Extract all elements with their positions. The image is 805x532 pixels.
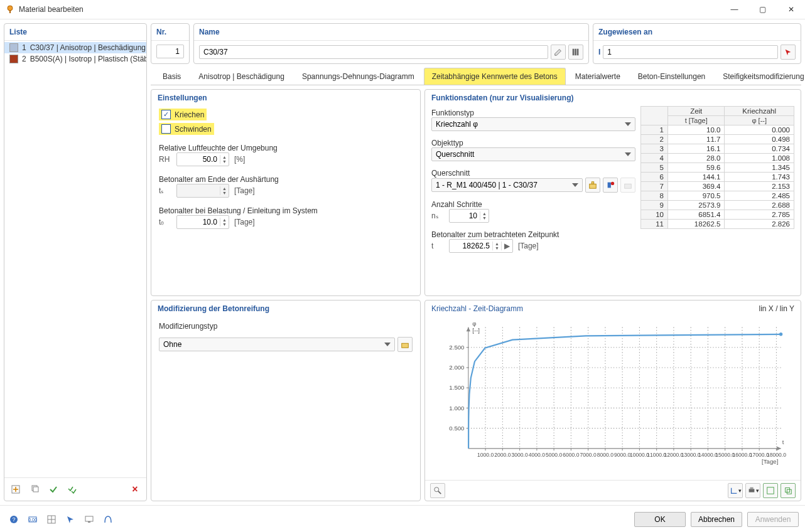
- chart-popup-button[interactable]: [781, 483, 796, 498]
- pick-assigned-button[interactable]: [781, 45, 796, 60]
- nr-input[interactable]: [156, 45, 184, 58]
- table-row[interactable]: 1118262.52.826: [641, 220, 794, 229]
- svg-text:2.500: 2.500: [449, 344, 465, 351]
- new-item-button[interactable]: [8, 482, 23, 497]
- tab[interactable]: Basis: [154, 68, 189, 85]
- chart-plot: 0.5001.0001.5002.0002.5001000.02000.0300…: [431, 317, 794, 476]
- svg-text:2000.0: 2000.0: [494, 452, 511, 458]
- svg-text:1.000: 1.000: [449, 405, 465, 412]
- svg-point-89: [779, 332, 782, 336]
- settings-section: Einstellungen Kriechen Schwinden Re: [151, 89, 421, 296]
- close-button[interactable]: ✕: [777, 0, 805, 19]
- assigned-input[interactable]: [603, 45, 778, 59]
- check-all-button[interactable]: [65, 482, 80, 497]
- svg-text:7000.0: 7000.0: [580, 452, 597, 458]
- delete-item-button[interactable]: ×: [127, 482, 143, 497]
- t0-unit: [Tage]: [234, 218, 255, 226]
- cancel-button[interactable]: Abbrechen: [691, 512, 742, 527]
- rh-unit: [%]: [234, 155, 245, 164]
- minimize-button[interactable]: —: [720, 0, 748, 19]
- svg-rect-7: [577, 49, 579, 56]
- rh-spinner[interactable]: ▲▼: [176, 152, 229, 166]
- table-row[interactable]: 211.70.498: [641, 135, 794, 144]
- table-row[interactable]: 316.10.734: [641, 144, 794, 154]
- dialog-footer: ? 0,00 OK Abbrechen Anwenden: [0, 505, 805, 532]
- svg-rect-104: [85, 516, 93, 521]
- ts-symbol: tₛ: [159, 186, 171, 195]
- cs-edit-button[interactable]: [585, 178, 600, 193]
- creep-checkbox-row: Kriechen: [159, 109, 207, 120]
- script-button[interactable]: [100, 512, 116, 527]
- svg-text:0.500: 0.500: [449, 425, 465, 432]
- table-row[interactable]: 110.00.000: [641, 125, 794, 135]
- tab-bar: BasisAnisotrop | BeschädigungSpannungs-D…: [151, 68, 801, 85]
- svg-text:5000.0: 5000.0: [546, 452, 562, 458]
- svg-point-0: [8, 6, 13, 11]
- table-row[interactable]: 7369.42.153: [641, 182, 794, 191]
- objecttype-dropdown[interactable]: Querschnitt: [431, 147, 635, 161]
- units-button[interactable]: 0,00: [25, 512, 40, 527]
- assigned-label: Zugewiesen an: [593, 24, 801, 41]
- ts-spinner: ▲▼: [176, 184, 229, 198]
- t0-spinner[interactable]: ▲▼: [176, 215, 229, 229]
- functiontype-dropdown[interactable]: Kriechzahl φ: [431, 117, 635, 131]
- table-row[interactable]: 6144.11.743: [641, 173, 794, 182]
- help-button[interactable]: ?: [6, 512, 21, 527]
- svg-point-11: [611, 182, 614, 185]
- modify-edit-button[interactable]: [397, 337, 413, 352]
- ts-heading: Betonalter am Ende der Aushärtung: [159, 175, 413, 184]
- edit-name-button[interactable]: [551, 45, 566, 60]
- tab[interactable]: Anisotrop | Beschädigung: [190, 68, 293, 85]
- table-row[interactable]: 559.61.345: [641, 163, 794, 173]
- display-button[interactable]: [82, 512, 97, 527]
- grid-button[interactable]: [44, 512, 59, 527]
- svg-rect-12: [625, 184, 632, 188]
- color-swatch: [9, 55, 18, 63]
- table-row[interactable]: 92573.92.688: [641, 201, 794, 210]
- apply-button[interactable]: Anwenden: [747, 512, 799, 527]
- tab[interactable]: Beton-Einstellungen: [630, 68, 713, 85]
- ok-button[interactable]: OK: [634, 512, 686, 527]
- check-item-button[interactable]: [46, 482, 61, 497]
- modify-section: Modifizierung der Betonreifung Modifizie…: [151, 300, 421, 501]
- steps-spinner[interactable]: ▲▼: [449, 209, 489, 223]
- chart-zoom-button[interactable]: [430, 483, 445, 498]
- shrinkage-checkbox[interactable]: [161, 124, 171, 134]
- col-phi-sub: φ [--]: [725, 116, 794, 125]
- col-phi-header: Kriechzahl: [725, 107, 794, 116]
- maximize-button[interactable]: ▢: [748, 0, 777, 19]
- chart-section: Kriechzahl - Zeit-Diagramm lin X / lin Y…: [424, 300, 801, 501]
- list-item[interactable]: 2 B500S(A) | Isotrop | Plastisch (Stäbe): [4, 53, 146, 65]
- tab[interactable]: Zeitabhängige Kennwerte des Betons: [424, 68, 566, 85]
- tab[interactable]: Materialwerte: [567, 68, 629, 85]
- t-spinner[interactable]: ▲▼▶: [449, 239, 513, 253]
- crosssection-dropdown[interactable]: 1 - R_M1 400/450 | 1 - C30/37: [431, 178, 583, 192]
- creep-checkbox[interactable]: [161, 110, 171, 119]
- chart-title: Kriechzahl - Zeit-Diagramm: [431, 304, 523, 313]
- library-button[interactable]: [568, 45, 583, 60]
- table-row[interactable]: 106851.42.785: [641, 210, 794, 220]
- chart-axis-button[interactable]: ▾: [728, 483, 743, 498]
- table-row[interactable]: 428.01.008: [641, 154, 794, 163]
- chart-print-button[interactable]: ▾: [745, 483, 760, 498]
- chart-expand-button[interactable]: [763, 483, 778, 498]
- material-list[interactable]: 1 C30/37 | Anisotrop | Beschädigung 2 B5…: [4, 41, 146, 477]
- copy-item-button[interactable]: [27, 482, 42, 497]
- cs-info-button[interactable]: [603, 178, 618, 193]
- name-input[interactable]: [199, 45, 548, 59]
- function-data-title: Funktionsdaten (nur zur Visualisierung): [425, 90, 801, 106]
- tab[interactable]: Steifigkeitsmodifizierung: [715, 68, 805, 85]
- pick-button[interactable]: [63, 512, 78, 527]
- svg-text:[--]: [--]: [472, 327, 480, 334]
- svg-rect-13: [402, 343, 409, 348]
- tab[interactable]: Spannungs-Dehnungs-Diagramm: [294, 68, 423, 85]
- color-swatch: [9, 43, 18, 52]
- list-item[interactable]: 1 C30/37 | Anisotrop | Beschädigung: [4, 42, 146, 53]
- ts-unit: [Tage]: [234, 186, 255, 195]
- steps-label: Anzahl Schritte: [431, 200, 635, 209]
- modifytype-dropdown[interactable]: Ohne: [159, 338, 395, 351]
- creep-data-table[interactable]: Zeit Kriechzahl t [Tage] φ [--] 110.00.0…: [640, 106, 794, 229]
- table-row[interactable]: 8970.52.485: [641, 191, 794, 201]
- i-beam-icon: I: [598, 48, 600, 56]
- cs-new-button[interactable]: [620, 178, 635, 193]
